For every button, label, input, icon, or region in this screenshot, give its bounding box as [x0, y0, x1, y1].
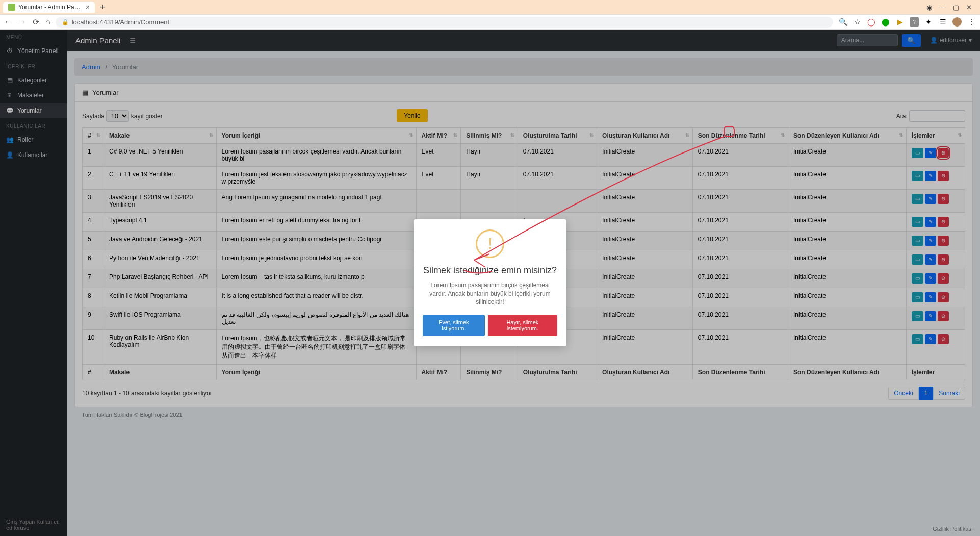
nav-home-icon[interactable]: ⌂ — [45, 17, 50, 27]
modal-title: Silmek istediğinize emin misiniz? — [423, 265, 557, 276]
browser-tab[interactable]: Yorumlar - Admin Paneli | Blog P × — [3, 2, 95, 13]
url-text: localhost:44319/Admin/Comment — [72, 18, 170, 26]
favicon-icon — [8, 4, 15, 11]
extension-opera-icon[interactable]: ◯ — [867, 17, 876, 27]
chrome-menu-icon[interactable]: ⋮ — [967, 17, 976, 27]
browser-chrome: Yorumlar - Admin Paneli | Blog P × + ◉ ―… — [0, 0, 980, 30]
close-window-icon[interactable]: ✕ — [966, 4, 972, 11]
modal-overlay[interactable]: ! Silmek istediğinize emin misiniz? Lore… — [0, 30, 980, 536]
extension-help-icon[interactable]: ? — [910, 17, 919, 27]
reading-list-icon[interactable]: ☰ — [938, 17, 947, 27]
modal-confirm-button[interactable]: Evet, silmek istiyorum. — [423, 315, 485, 336]
tab-title: Yorumlar - Admin Paneli | Blog P — [18, 4, 83, 11]
nav-forward-icon[interactable]: → — [18, 17, 27, 27]
address-bar[interactable]: 🔒 localhost:44319/Admin/Comment — [56, 17, 833, 28]
tab-close-icon[interactable]: × — [86, 4, 90, 11]
modal-cancel-button[interactable]: Hayır, silmek istemiyorum. — [488, 315, 557, 336]
account-icon[interactable]: ◉ — [926, 4, 932, 11]
confirm-delete-modal: ! Silmek istediğinize emin misiniz? Lore… — [414, 219, 566, 346]
bookmark-star-icon[interactable]: ☆ — [853, 17, 862, 27]
minimize-icon[interactable]: ― — [939, 4, 946, 11]
extension-idm-icon[interactable]: ▶ — [895, 17, 905, 27]
warning-icon: ! — [476, 229, 504, 258]
profile-avatar[interactable] — [952, 17, 962, 27]
modal-text: Lorem Ipsum pasajlarının birçok çeşitlem… — [423, 281, 557, 307]
maximize-icon[interactable]: ▢ — [953, 4, 959, 11]
nav-back-icon[interactable]: ← — [4, 17, 12, 27]
page-search-icon[interactable]: 🔍 — [838, 17, 847, 27]
lock-icon: 🔒 — [62, 19, 69, 25]
extension-green-icon[interactable]: ⬤ — [881, 17, 890, 27]
extensions-puzzle-icon[interactable]: ✦ — [924, 17, 933, 27]
nav-reload-icon[interactable]: ⟳ — [33, 17, 39, 27]
new-tab-button[interactable]: + — [95, 2, 111, 13]
